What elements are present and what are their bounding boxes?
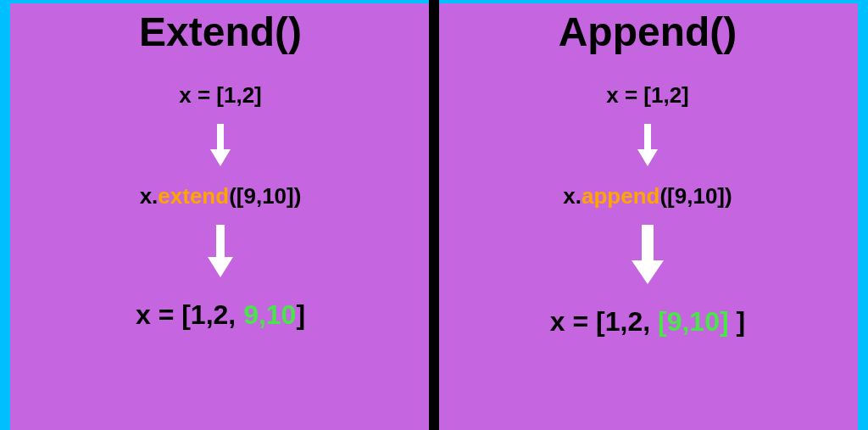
arrow-down-icon: [207, 124, 234, 168]
extend-title: Extend(): [139, 8, 302, 55]
append-call: x.append([9,10]): [563, 183, 732, 209]
append-result-added: [9,10]: [658, 306, 729, 337]
extend-initial: x = [1,2]: [179, 82, 262, 109]
append-panel: Append() x = [1,2] x.append([9,10]) x = …: [437, 3, 858, 430]
left-edge-stripe: [0, 0, 5, 430]
append-result: x = [1,2, [9,10] ]: [550, 306, 745, 338]
extend-result: x = [1,2, 9,10]: [136, 299, 305, 331]
extend-call-suffix: ([9,10]): [229, 183, 301, 209]
extend-result-added: 9,10: [243, 299, 296, 330]
extend-result-prefix: x = [1,2,: [136, 299, 243, 330]
append-call-suffix: ([9,10]): [659, 183, 732, 209]
arrow-down-icon: [203, 225, 237, 279]
extend-panel: Extend() x = [1,2] x.extend([9,10]) x = …: [10, 3, 431, 430]
extend-call-prefix: x.: [140, 183, 159, 209]
arrow-down-icon: [627, 225, 668, 286]
append-call-prefix: x.: [563, 183, 581, 209]
append-result-suffix: ]: [729, 306, 746, 337]
extend-result-suffix: ]: [296, 299, 305, 330]
extend-method: extend: [158, 183, 229, 209]
center-divider: [429, 0, 439, 430]
extend-call: x.extend([9,10]): [140, 183, 302, 209]
arrow-down-icon: [634, 124, 661, 168]
append-title: Append(): [559, 8, 737, 55]
append-result-prefix: x = [1,2,: [550, 306, 658, 337]
append-initial: x = [1,2]: [606, 82, 689, 109]
append-method: append: [581, 183, 659, 209]
